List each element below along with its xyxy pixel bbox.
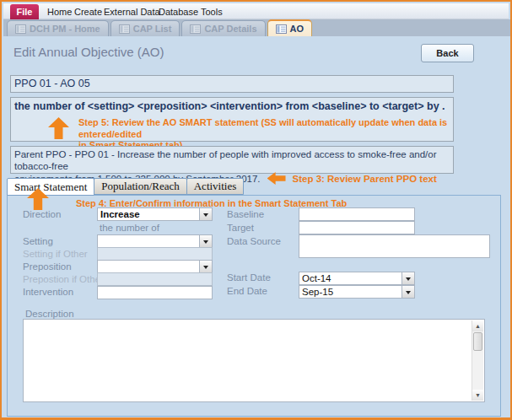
doc-tab-cap-details[interactable]: CAP Details	[181, 20, 265, 36]
data-source-field[interactable]	[299, 234, 490, 258]
setting-combobox[interactable]	[97, 234, 213, 248]
doc-tab-label: CAP List	[133, 24, 172, 34]
doc-tab-dch-pm-home[interactable]: DCH PM - Home	[7, 20, 109, 36]
form-icon	[15, 24, 26, 34]
direction-label: Direction	[23, 209, 61, 219]
preposition-if-other-field	[97, 272, 213, 286]
chevron-down-icon[interactable]	[199, 261, 212, 272]
left-arrow-icon	[267, 172, 286, 185]
scroll-down-button[interactable]: ▼	[472, 390, 483, 401]
ribbon-tab-home[interactable]: Home	[47, 7, 72, 17]
preposition-combobox[interactable]	[97, 260, 213, 273]
tab-population-reach[interactable]: Population/Reach	[94, 178, 186, 195]
tab-smart-statement[interactable]: Smart Statement	[7, 178, 94, 196]
data-source-label: Data Source	[227, 236, 281, 246]
form-icon	[190, 24, 201, 34]
vertical-scrollbar[interactable]: ▲ ▼	[472, 320, 483, 401]
chevron-down-icon[interactable]	[199, 235, 212, 247]
up-arrow-icon	[48, 117, 69, 139]
intervention-field[interactable]	[97, 286, 213, 299]
step3-note: Step 3: Review Parent PPO text	[293, 173, 437, 185]
form-icon	[276, 24, 287, 34]
chevron-down-icon[interactable]	[402, 272, 414, 284]
ao-number-field[interactable]: PPO 01 - AO 05	[10, 75, 454, 93]
baseline-field[interactable]	[299, 207, 415, 221]
form-icon	[119, 24, 130, 34]
target-field[interactable]	[299, 221, 415, 234]
smart-statement-box: the number of <setting> <preposition> <i…	[10, 97, 454, 142]
end-date-combobox[interactable]: Sep-15	[299, 285, 415, 299]
chevron-down-icon[interactable]	[199, 208, 212, 220]
combo-value: Sep-15	[302, 287, 333, 297]
doc-tab-label: DCH PM - Home	[30, 24, 100, 34]
tab-activities[interactable]: Activities	[186, 178, 245, 195]
doc-tab-ao[interactable]: AO	[267, 19, 313, 36]
preposition-if-other-label: Prepostion if Other	[23, 274, 104, 284]
description-label: Description	[25, 309, 74, 319]
combo-value: Oct-14	[302, 273, 331, 283]
chevron-down-icon[interactable]	[402, 286, 414, 298]
ribbon-tab-create[interactable]: Create	[74, 7, 102, 17]
intervention-label: Intervention	[23, 287, 73, 297]
direction-combobox[interactable]: Increase	[97, 207, 213, 221]
parent-ppo-line1: Parent PPO - PPO 01 - Increase the numbe…	[14, 148, 450, 172]
start-date-label: Start Date	[227, 272, 271, 283]
document-tab-bar: DCH PM - Home CAP List CAP Details AO	[3, 19, 512, 36]
doc-tab-label: AO	[290, 24, 305, 34]
page-title: Edit Annual Objective (AO)	[13, 45, 164, 59]
doc-tab-label: CAP Details	[204, 24, 256, 34]
app-window: File Home Create External Data Database …	[0, 0, 512, 420]
smart-statement-text[interactable]: the number of <setting> <preposition> <i…	[14, 100, 445, 112]
setting-if-other-label: Setting if Other	[23, 249, 88, 259]
doc-tab-cap-list[interactable]: CAP List	[110, 20, 181, 36]
end-date-label: End Date	[227, 286, 267, 296]
setting-label: Setting	[23, 236, 53, 246]
combo-value: Increase	[100, 209, 140, 219]
start-date-combobox[interactable]: Oct-14	[299, 272, 415, 285]
ribbon-tab-database-tools[interactable]: Database Tools	[159, 7, 223, 17]
baseline-label: Baseline	[227, 209, 264, 219]
parent-ppo-box: Parent PPO - PPO 01 - Increase the numbe…	[10, 146, 454, 174]
description-field[interactable]: ▲ ▼	[23, 319, 485, 402]
step5-line1: Step 5: Review the AO SMART statement (S…	[78, 117, 450, 140]
step4-note: Step 4: Enter/Confirm information in the…	[76, 198, 347, 208]
setting-if-other-field	[97, 247, 213, 261]
target-label: Target	[227, 223, 254, 233]
preposition-label: Preposition	[23, 261, 72, 272]
ribbon-bar: File Home Create External Data Database …	[3, 3, 509, 19]
scroll-up-button[interactable]: ▲	[472, 320, 483, 331]
back-button[interactable]: Back	[421, 44, 474, 62]
ribbon-tab-external-data[interactable]: External Data	[104, 7, 160, 17]
scrollbar-thumb[interactable]	[473, 332, 482, 351]
file-tab[interactable]: File	[10, 4, 39, 19]
static-the-number-of: the number of	[100, 223, 159, 233]
